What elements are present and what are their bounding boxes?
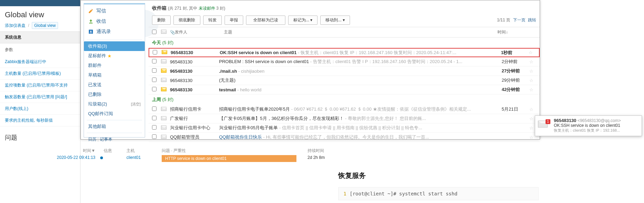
line-number: 1 <box>343 191 350 196</box>
folder-subscr[interactable]: QQ邮件订阅 <box>84 109 145 119</box>
folder-other[interactable]: 其他邮箱 <box>84 122 145 131</box>
mail-row[interactable]: 兴业银行信用卡中心兴业银行信用卡05月电子账单 - 信用卡首页 || 信用卡申请… <box>149 123 540 133</box>
col-sender[interactable]: 发件人 <box>175 29 224 35</box>
sysinfo-link[interactable]: Zabbix服务器端运行中 <box>0 56 80 68</box>
row-subject: QQ邮箱祝你生日快乐 - Hi, 有些事情可能你已经忘了，但我们依然记得。今天是… <box>219 134 502 140</box>
mail-row[interactable]: 广发银行【广发卡05月账单】5月，36亿积分等你瓜分，尽在发现精彩！ - 尊敬的… <box>149 114 540 123</box>
jump-page[interactable]: 跳转 <box>528 18 536 22</box>
mail-row[interactable]: 965483130testmail - hello world42分钟前☆ <box>149 85 540 94</box>
mail-row[interactable]: 965483130OK:SSH service is down on clien… <box>149 48 540 57</box>
star-icon[interactable]: ☆ <box>529 78 536 83</box>
mail-row[interactable]: 965483130(无主题)29分钟前☆ <box>149 76 540 85</box>
col-info: 信息 <box>102 148 124 154</box>
command-text: [root@client ~]# systemctl start sshd <box>350 191 457 196</box>
envelope-icon <box>162 50 167 54</box>
notes-link[interactable]: 记事本 <box>100 137 112 142</box>
row-time: 1秒前 <box>501 50 529 56</box>
mail-row[interactable]: 965483130./mail.sh - cishijiaoben27分钟前☆ <box>149 67 540 76</box>
mail-window: 写信 收信 通讯录 收件箱(3) 星标邮件★ 群邮件 草稿箱 已发送 已删除 垃… <box>80 0 540 140</box>
param-label: 参数 <box>0 43 80 56</box>
next-page[interactable]: 下一页 <box>513 18 525 22</box>
star-icon[interactable]: ☆ <box>529 87 536 92</box>
move-to-button[interactable]: 移动到... ▾ <box>320 16 350 25</box>
folder-deleted[interactable]: 已删除 <box>84 90 145 99</box>
row-time: 42分钟前 <box>502 87 529 93</box>
table-row[interactable]: 2020-05-22 09:41:13 client01 HTTP servic… <box>45 155 644 162</box>
breadcrumb-add[interactable]: 添加仪表盘 <box>5 23 26 28</box>
star-icon: ★ <box>107 53 112 59</box>
col-subject[interactable]: 主题 <box>224 29 498 35</box>
col-duration: 持续时间 <box>305 148 347 154</box>
forward-button[interactable]: 转发 <box>203 16 222 25</box>
row-sender: 965483130 <box>171 50 220 55</box>
chevron-down-icon: ▾ <box>343 18 345 22</box>
row-checkbox[interactable] <box>152 134 157 139</box>
zabbix-panel: Global view 添加仪表盘 / Global view 系统信息 参数 … <box>0 0 80 203</box>
row-checkbox[interactable] <box>153 50 157 54</box>
row-checkbox[interactable] <box>152 125 157 130</box>
attachment-icon: 📎 <box>170 30 175 35</box>
sysinfo-link[interactable]: 主机数量 (已启用/已禁用/模板) <box>0 68 80 80</box>
sysinfo-link[interactable]: 监控项数量 (已启用/已禁用/不支持 <box>0 80 80 91</box>
row-checkbox[interactable] <box>152 78 157 82</box>
col-time[interactable]: 时间↓ <box>498 29 529 35</box>
folder-group[interactable]: 群邮件 <box>84 61 145 70</box>
mail-row[interactable]: 965483130PROBLEM : SSH service is down o… <box>149 57 540 67</box>
contacts-button[interactable]: 通讯录 <box>84 27 145 37</box>
row-checkbox[interactable] <box>152 68 157 73</box>
unread-link[interactable]: 未读邮件 <box>199 6 215 11</box>
mailbox-title: 收件箱 (共 271 封, 其中 未读邮件 3 封) <box>149 3 540 13</box>
star-icon[interactable]: ☆ <box>529 69 536 74</box>
timeline-dot-icon <box>100 156 103 159</box>
sysinfo-link[interactable]: 要求的主机性能, 每秒新值 <box>0 115 80 126</box>
notif-body: OK:SSH service is down on client01 <box>554 123 639 128</box>
mark-as-button[interactable]: 标记为... ▾ <box>288 16 318 25</box>
sysinfo-link[interactable]: 触发器数量 (已启用/已禁用 [问题/] <box>0 91 80 103</box>
mail-row[interactable]: 招商银行信用卡招商银行信用卡电子账单2020年5月 - 06/07 ¥671.6… <box>149 105 540 114</box>
notif-title: 965483130 <965483130@qq.com> <box>554 118 639 123</box>
mark-read-button[interactable]: 全部标为已读 <box>246 16 285 25</box>
receive-label: 收信 <box>96 18 106 24</box>
group-lastweek[interactable]: 上周 (5 封) <box>149 94 540 105</box>
report-button[interactable]: 举报 <box>225 16 243 25</box>
column-headers: 📎 发件人 主题 时间↓ <box>149 27 540 38</box>
folder-inbox[interactable]: 收件箱(3) <box>84 41 145 51</box>
mail-row[interactable]: QQ邮箱管理员QQ邮箱祝你生日快乐 - Hi, 有些事情可能你已经忘了，但我们依… <box>149 133 540 142</box>
envelope-icon <box>161 59 167 63</box>
clear-junk[interactable]: [清空] <box>131 102 141 107</box>
group-today[interactable]: 今天 (5 封) <box>149 38 540 48</box>
folder-sent[interactable]: 已发送 <box>84 80 145 90</box>
row-checkbox[interactable] <box>152 87 157 91</box>
star-icon[interactable]: ☆ <box>529 50 536 55</box>
receive-button[interactable]: 收信 <box>84 16 145 27</box>
col-host: 主机 <box>124 148 160 154</box>
star-icon[interactable]: ☆ <box>529 59 536 64</box>
col-time[interactable]: 时间▼ <box>45 148 97 154</box>
folder-drafts[interactable]: 草稿箱 <box>84 70 145 80</box>
breadcrumb-current[interactable]: Global view <box>32 22 58 29</box>
star-icon[interactable]: ☆ <box>529 107 536 112</box>
folder-junk[interactable]: 垃圾箱(2)[清空] <box>84 99 145 109</box>
code-block: 1 [root@client ~]# systemctl start sshd <box>338 187 539 200</box>
problem-host[interactable]: client01 <box>126 155 141 160</box>
pencil-icon <box>88 8 94 14</box>
row-sender: 招商银行信用卡 <box>170 106 219 112</box>
row-checkbox[interactable] <box>152 116 157 120</box>
perm-delete-button[interactable]: 彻底删除 <box>173 16 200 25</box>
notification-popup[interactable]: 1 965483130 <965483130@qq.com> OK:SSH se… <box>535 115 642 136</box>
row-checkbox[interactable] <box>152 106 157 111</box>
calendar-link[interactable]: 日历 <box>88 137 96 142</box>
sysinfo-link[interactable]: 用户数(线上) <box>0 103 80 115</box>
problem-badge[interactable]: HTTP service is down on client01 <box>162 155 296 162</box>
row-subject: OK:SSH service is down on client01 - 恢复主… <box>220 50 501 56</box>
row-sender: 广发银行 <box>170 115 219 122</box>
download-icon <box>88 19 94 24</box>
row-checkbox[interactable] <box>152 59 157 63</box>
envelope-icon <box>161 125 167 130</box>
compose-button[interactable]: 写信 <box>84 6 145 16</box>
problem-time[interactable]: 2020-05-22 09:41:13 <box>57 155 95 160</box>
select-all-checkbox[interactable] <box>152 30 157 34</box>
delete-button[interactable]: 删除 <box>152 16 171 25</box>
folder-starred[interactable]: 星标邮件★ <box>84 51 145 61</box>
contacts-label: 通讯录 <box>96 29 111 35</box>
